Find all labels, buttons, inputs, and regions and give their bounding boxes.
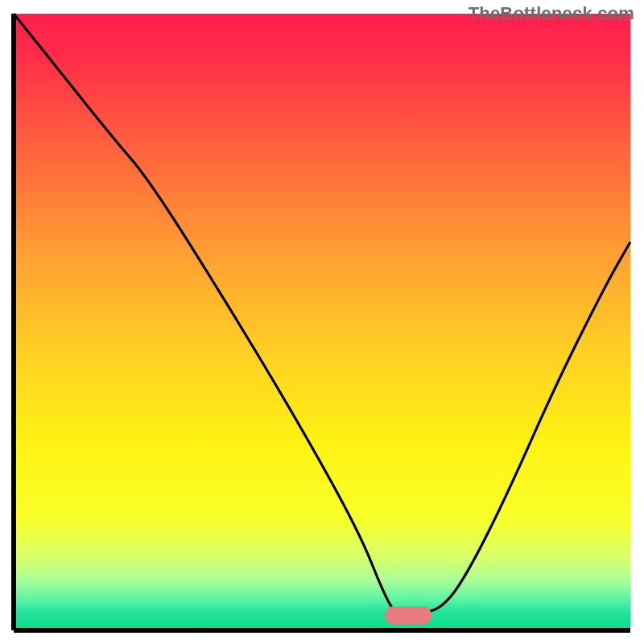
plot-background — [14, 14, 630, 630]
chart-container: TheBottleneck.com — [0, 0, 644, 644]
optimal-point-marker — [385, 606, 431, 624]
bottleneck-chart — [0, 0, 644, 644]
watermark-label: TheBottleneck.com — [469, 3, 634, 24]
